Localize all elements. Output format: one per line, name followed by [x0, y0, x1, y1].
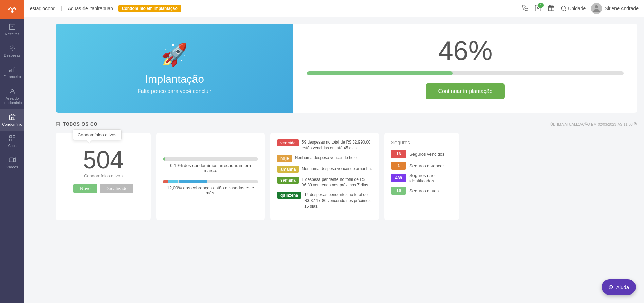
last-update-text: ÚLTIMA ATUALIZAÇÃO EM 02/03/2023 ÀS 11:0…: [550, 122, 633, 126]
cards-row: Condomínios ativos 504 Condomínios ativo…: [56, 133, 637, 220]
svg-point-2: [12, 48, 13, 49]
sidebar-item-receitas[interactable]: Receitas: [0, 19, 24, 40]
svg-rect-4: [12, 69, 13, 72]
despesa-row-semana: semana 1 despesa pendente no total de R$…: [277, 177, 372, 188]
main-content: 🚀 Implantação Falta pouco para você conc…: [49, 17, 644, 303]
help-label: Ajuda: [616, 284, 629, 290]
implantacao-banner: 🚀 Implantação Falta pouco para você conc…: [56, 24, 293, 113]
implantacao-progress: 46% Continuar implantação: [293, 24, 637, 113]
arrecadacao-bar-section-1: 0,19% dos condomínios arrecadaram em mar…: [163, 157, 258, 173]
dashboard-title-row: ⊞ TODOS OS CO: [56, 121, 98, 127]
condominios-count: 504: [62, 148, 144, 172]
continue-implantacao-button[interactable]: Continuar implantação: [426, 83, 504, 99]
topbar-location: Aguas de Itapirapuan: [68, 6, 113, 11]
avatar: [591, 3, 602, 14]
svg-rect-9: [13, 136, 15, 138]
grid-icon: ⊞: [56, 121, 60, 127]
seguros-title: Seguros: [391, 139, 452, 145]
despesa-text-hoje: Nenhuma despesa vencendo hoje.: [295, 155, 358, 161]
seguro-row-ativos[interactable]: 16 Seguros ativos: [391, 187, 452, 195]
seguro-count-ativos: 16: [391, 187, 406, 195]
user-name: Sirlene Andrade: [605, 6, 639, 11]
topbar: estagiocond | Aguas de Itapirapuan Condo…: [24, 0, 644, 17]
seguro-count-vencidos: 16: [391, 150, 406, 158]
topbar-status-badge: Condomínio em implantação: [118, 5, 181, 12]
sidebar: Receitas Despesas Financeiro Área do con…: [0, 0, 24, 303]
implantacao-section: 🚀 Implantação Falta pouco para você conc…: [56, 24, 637, 113]
unit-label: Unidade: [568, 6, 586, 11]
phone-icon[interactable]: [522, 4, 529, 13]
arrecadacao-bar-section-2: 12,00% das cobranças estão atrasadas est…: [163, 180, 258, 195]
sidebar-item-despesas-label: Despesas: [4, 53, 21, 58]
arrecadacao-bar-2: [163, 180, 258, 183]
gift-icon[interactable]: [548, 4, 555, 13]
sidebar-item-apps[interactable]: Apps: [0, 131, 24, 152]
despesa-row-amanha: amanhã Nenhuma despesa vencendo amanhã.: [277, 166, 372, 173]
svg-rect-3: [10, 70, 11, 72]
seguro-label-nao-identificados: Seguros não identificados: [409, 173, 452, 183]
despesa-text-semana: 1 despesa pendente no total de R$ 96,80 …: [302, 177, 372, 188]
dashboard-title: TODOS OS CO: [63, 121, 98, 127]
seguro-row-avencer[interactable]: 1 Seguros à vencer: [391, 162, 452, 170]
sidebar-item-receitas-label: Receitas: [5, 32, 20, 36]
condominios-card: Condomínios ativos 504 Condomínios ativo…: [56, 133, 151, 220]
despesa-text-vencida: 59 despesas no total de R$ 32.990,00 est…: [302, 139, 372, 151]
svg-rect-10: [10, 139, 12, 141]
svg-point-14: [561, 6, 565, 10]
badge-vencida: vencida: [277, 139, 299, 146]
seguros-card: Seguros 16 Seguros vencidos 1 Seguros à …: [384, 133, 459, 220]
arrecadacao-card: 0,19% dos condomínios arrecadaram em mar…: [156, 133, 265, 220]
despesas-card: vencida 59 despesas no total de R$ 32.99…: [270, 133, 379, 220]
svg-rect-5: [14, 68, 15, 72]
last-update: ÚLTIMA ATUALIZAÇÃO EM 02/03/2023 ÀS 11:0…: [550, 122, 637, 126]
progress-bar: [307, 71, 624, 75]
refresh-icon[interactable]: ↻: [634, 122, 637, 126]
arrecadacao-bar-fill-1: [163, 157, 165, 161]
implantacao-title: Implantação: [145, 73, 204, 86]
user-menu[interactable]: Sirlene Andrade: [591, 3, 639, 14]
implantacao-subtitle: Falta pouco para você concluir: [137, 88, 211, 94]
unit-selector[interactable]: Unidade: [560, 5, 586, 12]
help-icon: ⊕: [608, 283, 613, 291]
arrecadacao-bar-1: [163, 157, 258, 161]
sidebar-item-area-condominio[interactable]: Área do condomínio: [0, 83, 24, 109]
seguro-row-vencidos[interactable]: 16 Seguros vencidos: [391, 150, 452, 158]
sidebar-item-financeiro-label: Financeiro: [3, 75, 21, 79]
tooltip-condominio: Condomínios ativos: [73, 129, 122, 140]
topbar-brand: estagiocond: [30, 6, 56, 11]
seguro-row-nao-identificados[interactable]: 488 Seguros não identificados: [391, 173, 452, 183]
sidebar-item-videos-label: Vídeos: [6, 165, 18, 169]
despesa-row-vencida: vencida 59 despesas no total de R$ 32.99…: [277, 139, 372, 151]
svg-rect-7: [10, 116, 15, 120]
sidebar-item-area-condominio-label: Área do condomínio: [1, 96, 23, 105]
despesa-text-amanha: Nenhuma despesa vencendo amanhã.: [302, 166, 372, 172]
badge-quinzena: quinzena: [277, 192, 301, 199]
badge-amanha: amanhã: [277, 166, 299, 173]
edit-icon[interactable]: 1: [535, 4, 542, 13]
sidebar-logo[interactable]: [0, 0, 24, 19]
dashboard-header: ⊞ TODOS OS CO ÚLTIMA ATUALIZAÇÃO EM 02/0…: [56, 121, 637, 127]
progress-percent: 46%: [438, 37, 492, 64]
sidebar-item-condominio[interactable]: Condomínio: [0, 109, 24, 131]
rocket-icon: 🚀: [161, 42, 188, 68]
sidebar-item-condominio-label: Condomínio: [2, 122, 22, 127]
seguro-count-avencer: 1: [391, 162, 406, 170]
badge-semana: semana: [277, 177, 299, 184]
seguro-label-ativos: Seguros ativos: [409, 188, 439, 193]
badge-hoje: hoje: [277, 155, 292, 162]
desativado-button[interactable]: Desativado: [100, 184, 133, 193]
arrecadacao-label-2: 12,00% das cobranças estão atrasadas est…: [163, 185, 258, 195]
novo-button[interactable]: Novo: [73, 184, 97, 193]
svg-rect-8: [10, 136, 12, 138]
despesa-row-quinzena: quinzena 14 despesas pendentes no total …: [277, 192, 372, 209]
sidebar-item-financeiro[interactable]: Financeiro: [0, 62, 24, 83]
sidebar-item-videos[interactable]: Vídeos: [0, 152, 24, 173]
help-button[interactable]: ⊕ Ajuda: [602, 279, 636, 295]
sidebar-item-despesas[interactable]: Despesas: [0, 40, 24, 62]
svg-rect-12: [9, 158, 14, 162]
condominios-actions: Novo Desativado: [62, 184, 144, 193]
seguro-label-vencidos: Seguros vencidos: [409, 152, 444, 157]
topbar-right: 1 Unidade Sirlen: [522, 3, 639, 14]
despesa-text-quinzena: 14 despesas pendentes no total de R$ 3.1…: [304, 192, 372, 209]
despesa-row-hoje: hoje Nenhuma despesa vencendo hoje.: [277, 155, 372, 162]
